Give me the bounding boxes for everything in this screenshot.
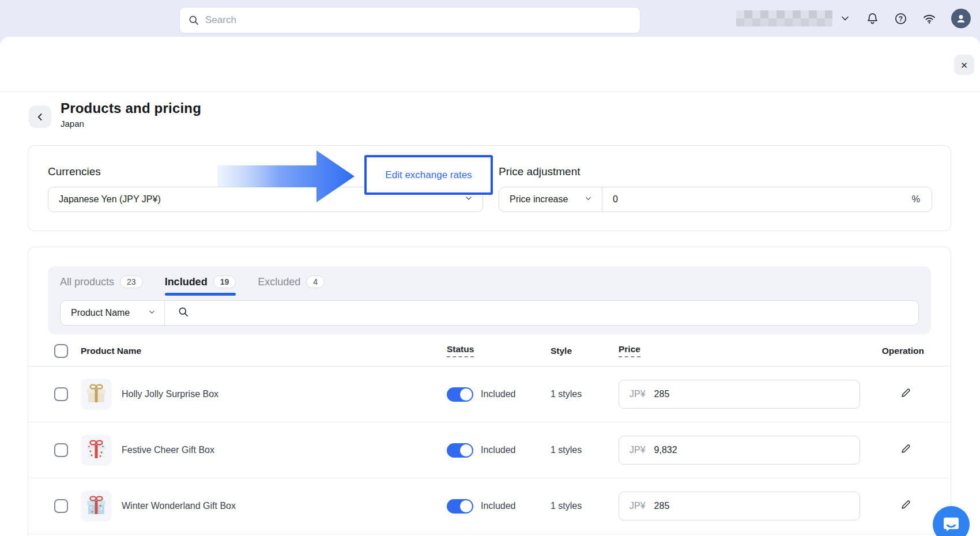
product-name: Winter Wonderland Gift Box: [122, 501, 236, 511]
product-image: [81, 435, 112, 466]
edit-price-button[interactable]: [900, 387, 913, 401]
tabs: All products 23 Included 19 Excluded 4: [60, 275, 919, 296]
edit-exchange-rates-link[interactable]: Edit exchange rates: [385, 169, 472, 181]
currency-prefix: JP¥: [630, 389, 646, 399]
panel-header: ×: [0, 37, 980, 92]
status-label: Included: [481, 445, 516, 455]
topbar-search-input[interactable]: [205, 14, 632, 26]
product-search-input[interactable]: [189, 308, 918, 318]
row-checkbox[interactable]: [54, 387, 68, 401]
edit-exchange-rates-highlight: Edit exchange rates: [364, 155, 493, 195]
chevron-down-icon: [464, 194, 473, 205]
tab-included[interactable]: Included 19: [165, 275, 236, 296]
price-input-group: JP¥: [619, 436, 860, 465]
back-button[interactable]: [29, 105, 51, 128]
style-count: 1 styles: [551, 445, 619, 455]
settings-card: Currencies Japanese Yen (JPY JP¥) Price …: [28, 145, 951, 231]
adjustment-unit: %: [912, 194, 920, 205]
person-icon: [955, 12, 967, 25]
product-image: [81, 379, 112, 410]
adjustment-value-input[interactable]: [613, 194, 912, 205]
currency-prefix: JP¥: [630, 445, 646, 455]
account-name-redacted: [736, 10, 832, 27]
topbar-search[interactable]: [179, 7, 640, 33]
header-status[interactable]: Status: [447, 344, 474, 357]
chat-bubble-icon: [941, 515, 961, 534]
price-input[interactable]: [654, 389, 850, 399]
style-count: 1 styles: [551, 389, 619, 399]
price-adjustment-label: Price adjustment: [499, 165, 581, 178]
tab-all-products[interactable]: All products 23: [60, 275, 143, 296]
pencil-icon: [900, 443, 913, 455]
page-subtitle: Japan: [61, 119, 201, 129]
header-style: Style: [551, 346, 619, 356]
currencies-label: Currencies: [48, 165, 101, 178]
product-search: Product Name: [60, 300, 919, 326]
table-row: Winter Wonderland Gift Box Included 1 st…: [28, 478, 951, 534]
products-card: All products 23 Included 19 Excluded 4 P…: [28, 247, 951, 536]
app-root: ? × Products and pricing Japan Currencie…: [0, 0, 980, 536]
tab-label: Excluded: [258, 276, 300, 288]
header-operation: Operation: [882, 346, 951, 356]
help-icon[interactable]: ?: [894, 12, 907, 25]
price-adjustment-control: Price increase %: [499, 187, 932, 212]
edit-price-button[interactable]: [900, 499, 913, 513]
avatar[interactable]: [951, 9, 971, 28]
product-image: [81, 490, 112, 522]
status-toggle[interactable]: [447, 387, 473, 402]
products-toolbar: All products 23 Included 19 Excluded 4 P…: [48, 266, 931, 334]
tab-count-badge: 23: [120, 275, 143, 288]
search-filter-select[interactable]: Product Name: [61, 301, 165, 325]
tab-count-badge: 4: [306, 275, 325, 288]
tab-excluded[interactable]: Excluded 4: [258, 275, 325, 296]
table-row: Festive Cheer Gift Box Included 1 styles…: [28, 422, 951, 478]
chevron-down-icon: [148, 308, 156, 319]
edit-price-button[interactable]: [900, 443, 913, 457]
tab-label: Included: [165, 276, 208, 288]
topbar-right-cluster: ?: [736, 0, 971, 37]
page-title: Products and pricing: [61, 100, 201, 116]
search-icon: [188, 14, 199, 26]
pencil-icon: [900, 499, 913, 511]
status-toggle[interactable]: [447, 499, 473, 514]
row-checkbox[interactable]: [54, 443, 68, 457]
select-all-checkbox[interactable]: [54, 344, 68, 358]
product-name: Festive Cheer Gift Box: [122, 445, 214, 455]
status-label: Included: [481, 501, 516, 511]
search-filter-value: Product Name: [71, 308, 130, 318]
price-input-group: JP¥: [619, 492, 860, 520]
price-input[interactable]: [654, 445, 850, 455]
svg-text:?: ?: [899, 14, 903, 22]
notifications-bell-icon[interactable]: [866, 12, 879, 25]
adjustment-type-value: Price increase: [510, 194, 568, 205]
search-icon: [178, 306, 189, 320]
adjustment-type-select[interactable]: Price increase: [499, 187, 602, 212]
wifi-icon[interactable]: [922, 12, 936, 25]
style-count: 1 styles: [551, 501, 619, 511]
main-panel: × Products and pricing Japan Currencies …: [0, 37, 980, 536]
product-name: Holly Jolly Surprise Box: [122, 389, 218, 399]
tab-label: All products: [60, 276, 114, 288]
currency-prefix: JP¥: [630, 501, 646, 511]
pencil-icon: [900, 387, 913, 399]
price-input-group: JP¥: [619, 380, 860, 409]
chevron-down-icon: [839, 13, 851, 24]
account-menu[interactable]: [736, 10, 851, 27]
tab-count-badge: 19: [213, 275, 236, 288]
chevron-down-icon: [584, 194, 593, 205]
chevron-left-icon: [35, 111, 46, 123]
table-row: Holly Jolly Surprise Box Included 1 styl…: [28, 367, 951, 422]
row-checkbox[interactable]: [54, 499, 68, 513]
status-toggle[interactable]: [447, 443, 473, 458]
status-label: Included: [481, 389, 516, 399]
price-input[interactable]: [654, 501, 850, 511]
table-header: Product Name Status Style Price Operatio…: [28, 335, 951, 367]
header-product-name: Product Name: [81, 346, 447, 356]
close-button[interactable]: ×: [954, 55, 974, 75]
topbar: ?: [0, 0, 980, 37]
header-price[interactable]: Price: [619, 344, 640, 357]
currency-value: Japanese Yen (JPY JP¥): [59, 194, 161, 205]
